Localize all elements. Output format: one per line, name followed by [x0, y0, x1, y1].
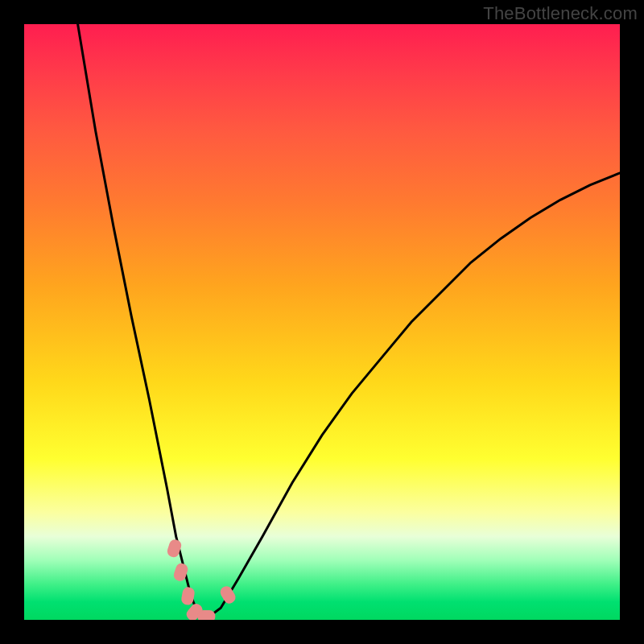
- chart-frame: TheBottleneck.com: [0, 0, 644, 644]
- watermark-text: TheBottleneck.com: [483, 3, 638, 24]
- marker-layer: [166, 538, 237, 620]
- marker-dot: [197, 610, 215, 620]
- bottleneck-curve: [78, 24, 620, 617]
- plot-area: [24, 24, 620, 620]
- curve-layer: [78, 24, 620, 617]
- marker-dot: [218, 584, 237, 606]
- chart-svg: [24, 24, 620, 620]
